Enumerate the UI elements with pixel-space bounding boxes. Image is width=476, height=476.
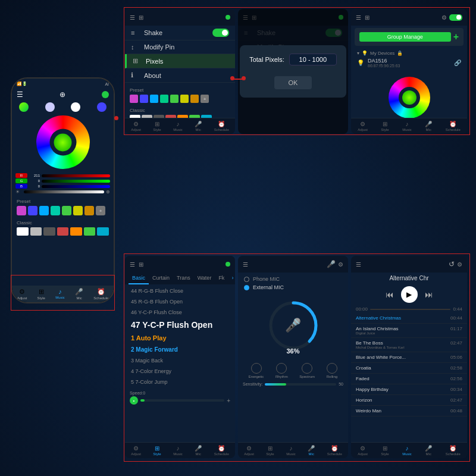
music-item-45[interactable]: 45 R-G-B Flush Open [125, 296, 235, 307]
swatch-1[interactable] [130, 95, 138, 103]
menu-pixels[interactable]: ⊞ Pixels [125, 54, 235, 68]
grid-icon[interactable]: ⊞ [139, 14, 143, 21]
phone-mic-option[interactable]: Phone MIC [244, 276, 342, 282]
music-item-46[interactable]: 46 Y-C-P Flush Close [125, 307, 235, 318]
bmn-mic[interactable]: 🎤Mic [308, 445, 315, 456]
preset-color-7[interactable] [84, 206, 94, 215]
song-island-christmas[interactable]: An Island Christmas Digital Juice 01:17 [351, 324, 467, 338]
tab-more[interactable]: › [228, 273, 235, 284]
rn-style[interactable]: ⊞Style [381, 121, 389, 131]
color-wheel[interactable] [36, 115, 90, 169]
bmn-music[interactable]: ♪Music [286, 445, 296, 456]
music-item-2-magic[interactable]: 2 Magic Forward [125, 344, 235, 355]
br-gear-icon[interactable]: ⚙ [457, 261, 462, 268]
group-manage-btn[interactable]: Group Manage [359, 32, 451, 42]
pnav-mic[interactable]: 🎤Mic [195, 121, 202, 131]
color-dot-green[interactable] [19, 102, 29, 112]
color-dot-white[interactable] [71, 102, 80, 112]
swatch-4[interactable] [160, 95, 168, 103]
brn-style[interactable]: ⊞Style [381, 445, 389, 456]
nav-music[interactable]: ♪ Music [55, 288, 65, 300]
song-croatia[interactable]: Croatia 02:58 [351, 363, 467, 374]
classic-red[interactable] [57, 227, 69, 236]
preset-color-6[interactable] [73, 206, 83, 215]
color-dot-blue[interactable] [97, 102, 107, 112]
bln-schedule[interactable]: ⏰Schedule [214, 445, 229, 456]
brn-music[interactable]: ♪Music [402, 445, 412, 456]
g-slider[interactable] [42, 180, 110, 183]
music-item-47[interactable]: 47 Y-C-P Flush Open [125, 318, 235, 332]
energy-energetic[interactable]: Energetic [249, 363, 264, 378]
right-gear-icon[interactable]: ⚙ [441, 14, 447, 21]
preset-color-3[interactable] [39, 206, 49, 215]
song-be-the-boss[interactable]: Be The Boss Michal Dvorákas & Tomas Karl… [351, 338, 467, 352]
pnav-music[interactable]: ♪Music [173, 121, 183, 131]
device-row[interactable]: 💡 DA1516 86:87:f5:96:25:63 🔗 [357, 56, 461, 70]
tab-water[interactable]: Water [194, 273, 215, 284]
bm-menu-icon[interactable]: ☰ [243, 261, 248, 268]
brn-adjust[interactable]: ⚙Adjust [358, 445, 368, 456]
energy-rolling[interactable]: Rolling [327, 363, 337, 378]
r-slider[interactable] [42, 174, 110, 177]
pixels-input[interactable] [289, 54, 337, 65]
nav-schedule[interactable]: ⏰ Schedule [93, 288, 108, 300]
pnav-schedule[interactable]: ⏰Schedule [214, 121, 229, 131]
classic-orange[interactable] [70, 227, 82, 236]
hamburger-icon[interactable]: ☰ [17, 90, 23, 99]
music-item-3[interactable]: 3 Magic Back [125, 355, 235, 366]
swatch-5[interactable] [170, 95, 178, 103]
song-blue-white[interactable]: Blue and White Porce... 05:06 [351, 352, 467, 363]
phone-header[interactable]: ☰ ⊕ [12, 89, 114, 100]
energy-spectrum[interactable]: Spectrum [299, 363, 315, 378]
br-repeat-icon[interactable]: ↺ [449, 260, 455, 268]
preset-color-4[interactable] [51, 206, 60, 215]
right-wheel-area[interactable] [351, 72, 467, 123]
brightness-slider[interactable] [24, 190, 104, 193]
tab-basic[interactable]: Basic [129, 273, 149, 284]
pnav-adjust[interactable]: ⚙Adjust [131, 121, 141, 131]
menu-about[interactable]: ℹ About [125, 68, 235, 83]
right-color-wheel[interactable] [389, 77, 430, 118]
nav-style[interactable]: ⊞ Style [37, 288, 45, 300]
song-faded[interactable]: Faded 02:56 [351, 374, 467, 384]
bmn-adjust[interactable]: ⚙Adjust [244, 445, 254, 456]
swatch-7[interactable] [190, 95, 199, 103]
swatch-more[interactable]: + [201, 95, 209, 103]
bmn-style[interactable]: ⊞Style [266, 445, 274, 456]
preset-color-1[interactable] [17, 206, 26, 215]
rn-mic[interactable]: 🎤Mic [425, 121, 432, 131]
rn-music[interactable]: ♪Music [402, 121, 412, 131]
bln-mic[interactable]: 🎤Mic [195, 445, 202, 456]
brn-mic[interactable]: 🎤Mic [425, 445, 432, 456]
song-alternative-christmas[interactable]: Alternative Christmas 00:44 [351, 313, 467, 324]
br-menu-icon[interactable]: ☰ [356, 261, 361, 268]
menu-icon[interactable]: ☰ [130, 14, 135, 21]
brn-schedule[interactable]: ⏰Schedule [446, 445, 461, 456]
tab-fk[interactable]: Fk [215, 273, 228, 284]
external-mic-option[interactable]: External MIC [244, 284, 342, 290]
bm-gear-icon[interactable]: ⚙ [338, 261, 343, 268]
music-item-5[interactable]: 5 7-Color Jump [125, 377, 235, 387]
classic-gray[interactable] [30, 227, 42, 236]
color-dot-light[interactable] [45, 102, 55, 112]
next-btn[interactable]: ⏭ [425, 290, 433, 299]
bln-music[interactable]: ♪Music [173, 445, 183, 456]
swatch-2[interactable] [140, 95, 148, 103]
bl-menu-icon[interactable]: ☰ [130, 261, 135, 268]
tune-icon[interactable]: ⊕ [60, 90, 65, 99]
preset-color-2[interactable] [28, 206, 37, 215]
preset-color-more[interactable]: + [96, 206, 105, 215]
music-item-44[interactable]: 44 R-G-B Flush Close [125, 286, 235, 296]
nav-mic[interactable]: 🎤 Mic [75, 288, 83, 300]
energy-rhythm[interactable]: Rhythm [275, 363, 288, 378]
right-grid-icon[interactable]: ⊞ [365, 14, 369, 21]
bmn-schedule[interactable]: ⏰Schedule [327, 445, 342, 456]
song-weirdo-man[interactable]: Weirdo Man 00:48 [351, 406, 467, 416]
menu-modify-pin[interactable]: ↕ Modify Pin [125, 40, 235, 54]
bm-mic-icon[interactable]: 🎤 [327, 260, 336, 268]
swatch-3[interactable] [150, 95, 158, 103]
bl-grid-icon[interactable]: ⊞ [139, 261, 143, 268]
pnav-style[interactable]: ⊞Style [153, 121, 161, 131]
right-toggle[interactable] [449, 14, 462, 21]
sensitivity-track[interactable] [265, 383, 336, 386]
